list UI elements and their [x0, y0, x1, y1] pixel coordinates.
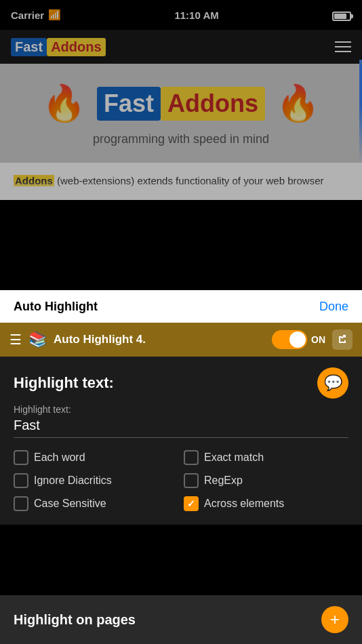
checkbox-regexp-box[interactable] — [184, 473, 199, 488]
ah-panel: ☰ 📚 Auto Highlight 4. ON Highlight text:… — [0, 323, 362, 525]
highlight-text-input[interactable] — [14, 418, 348, 438]
checkbox-across-elements-label: Across elements — [204, 498, 284, 510]
ht-title-row: Highlight text: 💬 — [14, 367, 348, 399]
checkbox-regexp[interactable]: RegExp — [184, 473, 348, 488]
ah-external-link-icon[interactable] — [332, 329, 353, 350]
ah-toggle-container: ON — [272, 330, 325, 349]
ah-menu-icon[interactable]: ☰ — [9, 331, 22, 348]
checkbox-exact-match[interactable]: Exact match — [184, 450, 348, 465]
checkbox-across-elements-box[interactable] — [184, 496, 199, 511]
plus-icon: + — [330, 610, 340, 629]
checkbox-each-word-box[interactable] — [14, 450, 28, 465]
hop-add-button[interactable]: + — [321, 606, 348, 633]
modal-done-button[interactable]: Done — [319, 300, 348, 314]
ah-toggle[interactable] — [272, 330, 307, 349]
checkboxes-grid: Each word Exact match Ignore Diacritics … — [14, 450, 348, 511]
checkbox-each-word-label: Each word — [34, 451, 85, 464]
checkbox-ignore-diacritics-label: Ignore Diacritics — [34, 475, 112, 487]
ht-chat-button[interactable]: 💬 — [317, 367, 348, 399]
ah-toggle-label: ON — [311, 334, 325, 345]
checkbox-case-sensitive-label: Case Sensitive — [34, 498, 106, 510]
highlight-text-section: Highlight text: 💬 Highlight text: Each w… — [0, 357, 362, 525]
checkbox-ignore-diacritics-box[interactable] — [14, 473, 28, 488]
highlight-on-pages-section: Highlight on pages + — [0, 595, 362, 644]
checkbox-case-sensitive[interactable]: Case Sensitive — [14, 496, 178, 511]
checkbox-exact-match-label: Exact match — [204, 451, 264, 464]
ht-section-title: Highlight text: — [14, 374, 114, 392]
checkbox-ignore-diacritics[interactable]: Ignore Diacritics — [14, 473, 178, 488]
checkbox-regexp-label: RegExp — [204, 475, 243, 487]
ah-toggle-knob — [289, 331, 306, 348]
ah-emoji: 📚 — [28, 331, 47, 348]
hop-title: Highlight on pages — [14, 612, 136, 628]
modal-header: Auto Highlight Done — [0, 290, 362, 323]
modal-title: Auto Highlight — [14, 300, 98, 314]
checkbox-exact-match-box[interactable] — [184, 450, 199, 465]
ah-toolbar-title: Auto Highlight 4. — [54, 333, 265, 346]
checkbox-across-elements[interactable]: Across elements — [184, 496, 348, 511]
checkbox-each-word[interactable]: Each word — [14, 450, 178, 465]
ht-input-label: Highlight text: — [14, 404, 348, 415]
checkbox-case-sensitive-box[interactable] — [14, 496, 28, 511]
chat-icon: 💬 — [324, 374, 342, 392]
ah-toolbar: ☰ 📚 Auto Highlight 4. ON — [0, 323, 362, 357]
